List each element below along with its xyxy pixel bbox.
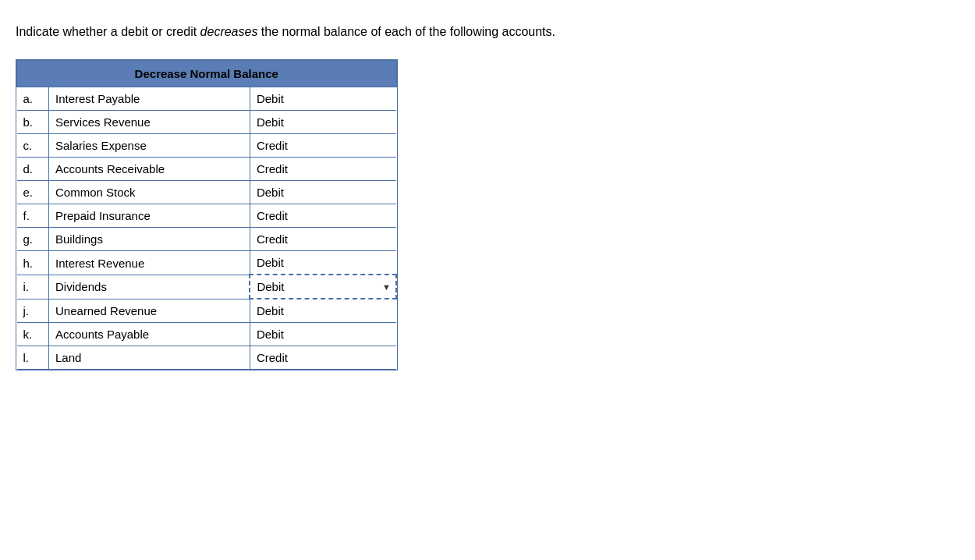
row-value: Debit bbox=[250, 181, 396, 204]
row-value: Debit bbox=[250, 251, 396, 275]
row-account: Prepaid Insurance bbox=[49, 204, 250, 228]
instruction-text: Indicate whether a debit or credit decre… bbox=[16, 23, 959, 41]
row-letter: a. bbox=[17, 87, 49, 111]
row-value: Debit bbox=[250, 323, 396, 346]
dropdown-arrow-icon[interactable]: ▼ bbox=[382, 282, 391, 292]
row-value[interactable]: Debit▼ bbox=[250, 275, 396, 299]
row-account: Services Revenue bbox=[49, 111, 250, 134]
row-letter: e. bbox=[17, 181, 49, 204]
row-letter: c. bbox=[17, 134, 49, 158]
row-value: Credit bbox=[250, 346, 396, 370]
row-value: Credit bbox=[250, 134, 396, 158]
row-letter: j. bbox=[17, 299, 49, 323]
accounting-table: Decrease Normal Balance a.Interest Payab… bbox=[16, 60, 397, 370]
row-account: Land bbox=[49, 346, 250, 370]
row-account: Dividends bbox=[49, 275, 250, 299]
row-account: Salaries Expense bbox=[49, 134, 250, 158]
row-account: Accounts Payable bbox=[49, 323, 250, 346]
row-letter: g. bbox=[17, 228, 49, 251]
instruction-suffix: the normal balance of each of the follow… bbox=[257, 25, 555, 38]
row-letter: h. bbox=[17, 251, 49, 275]
row-account: Interest Revenue bbox=[49, 251, 250, 275]
row-account: Accounts Receivable bbox=[49, 158, 250, 181]
instruction-prefix: Indicate whether a debit or credit bbox=[16, 25, 200, 38]
row-value: Debit bbox=[250, 87, 396, 111]
row-value: Debit bbox=[250, 299, 396, 323]
row-account: Interest Payable bbox=[49, 87, 250, 111]
row-letter: l. bbox=[17, 346, 49, 370]
row-value: Credit bbox=[250, 204, 396, 228]
row-value: Debit bbox=[250, 111, 396, 134]
instruction-italic: decreases bbox=[200, 25, 258, 38]
row-account: Buildings bbox=[49, 228, 250, 251]
row-letter: b. bbox=[17, 111, 49, 134]
row-value: Credit bbox=[250, 228, 396, 251]
row-account: Unearned Revenue bbox=[49, 299, 250, 323]
row-letter: d. bbox=[17, 158, 49, 181]
main-table-container: Decrease Normal Balance a.Interest Payab… bbox=[16, 59, 398, 370]
row-letter: k. bbox=[17, 323, 49, 346]
table-header: Decrease Normal Balance bbox=[17, 61, 397, 87]
row-letter: f. bbox=[17, 204, 49, 228]
row-letter: i. bbox=[17, 275, 49, 299]
row-value: Credit bbox=[250, 158, 396, 181]
row-account: Common Stock bbox=[49, 181, 250, 204]
